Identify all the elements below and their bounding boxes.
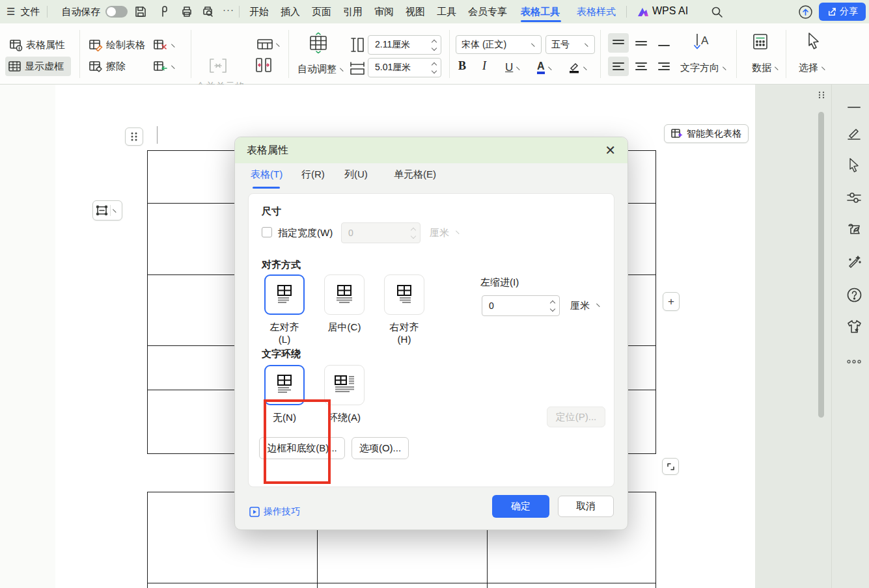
auto-fit-dropdown[interactable]: 自动调整 [294, 59, 348, 79]
tab-cell[interactable]: 单元格(E) [394, 168, 436, 181]
ok-button[interactable]: 确定 [492, 495, 549, 518]
text-direction-label: 文字方向 [680, 62, 719, 74]
left-indent-field[interactable]: 0 [482, 295, 560, 316]
chevron-down-icon[interactable] [596, 301, 603, 307]
menu-review[interactable]: 审阅 [368, 0, 400, 23]
share-button[interactable]: 分享 [819, 3, 866, 21]
valign-center-button[interactable] [631, 33, 652, 53]
row-height-field[interactable]: 2.11厘米 [368, 35, 441, 55]
table-move-handle[interactable] [125, 127, 143, 146]
hamburger-menu-icon[interactable]: ☰ [7, 6, 15, 18]
split-table-dropdown[interactable] [254, 34, 284, 54]
tutorial-highlight-box [264, 399, 331, 484]
export-pdf-icon[interactable] [158, 5, 171, 18]
select-dropdown[interactable]: 选择 [795, 58, 829, 77]
font-size-select[interactable]: 五号 [545, 35, 595, 54]
align-right-option[interactable] [384, 274, 424, 315]
table-properties-button[interactable]: 表格属性 [7, 35, 68, 55]
menu-tools[interactable]: 工具 [431, 0, 462, 23]
table-resize-button[interactable] [662, 458, 679, 475]
font-color-letter: A [537, 61, 545, 75]
settings-sliders-icon[interactable] [846, 189, 862, 206]
align-right-button[interactable] [654, 57, 674, 76]
underline-button[interactable]: U [502, 58, 524, 77]
data-dropdown[interactable]: 数据 [749, 58, 782, 77]
tab-table-tools[interactable]: 表格工具 [521, 6, 560, 18]
smart-beautify-table-button[interactable]: 智能美化表格 [664, 124, 749, 143]
align-right-icon [392, 282, 417, 307]
font-color-button[interactable]: A [534, 58, 556, 77]
font-name-select[interactable]: 宋体 (正文) [456, 35, 542, 54]
align-left-option[interactable] [264, 274, 305, 315]
autosave-toggle[interactable] [105, 6, 128, 18]
tab-table[interactable]: 表格(T) [251, 168, 283, 181]
more-quick-actions-icon[interactable]: ··· [223, 4, 234, 15]
eraser-button[interactable]: 擦除 [86, 57, 129, 76]
insert-cells-dropdown[interactable] [150, 57, 179, 76]
search-icon[interactable] [711, 6, 723, 18]
close-icon[interactable]: ✕ [605, 144, 616, 157]
spinner-arrows-icon[interactable] [546, 301, 559, 311]
tab-row[interactable]: 行(R) [301, 168, 325, 181]
text-direction-dropdown[interactable]: 文字方向 [677, 58, 730, 77]
tips-label: 操作技巧 [264, 506, 300, 518]
eco-stamp-icon[interactable] [846, 221, 862, 238]
upload-cloud-icon[interactable] [798, 5, 813, 21]
valign-bottom-button[interactable] [654, 33, 674, 53]
print-preview-icon[interactable] [201, 5, 214, 18]
draw-table-button[interactable]: 绘制表格 [86, 35, 148, 55]
show-gridlines-button[interactable]: 显示虚框 [5, 57, 71, 76]
cancel-button[interactable]: 取消 [558, 496, 614, 517]
annotate-pen-icon[interactable] [846, 125, 862, 142]
split-cells-icon[interactable] [255, 57, 272, 73]
menu-view[interactable]: 视图 [400, 0, 431, 23]
save-icon[interactable] [134, 5, 147, 18]
align-center-button[interactable] [631, 57, 652, 76]
align-left-label: 左对齐(L) [264, 321, 305, 345]
theme-skin-icon[interactable] [846, 318, 862, 335]
more-options-icon[interactable] [846, 353, 862, 370]
italic-button[interactable]: I [482, 59, 486, 73]
tab-table-style[interactable]: 表格样式 [577, 6, 616, 18]
row-selection-icon [96, 204, 108, 217]
tab-column[interactable]: 列(U) [344, 168, 368, 181]
menu-membership[interactable]: 会员专享 [462, 0, 513, 23]
specify-width-checkbox[interactable] [262, 227, 272, 237]
menu-home[interactable]: 开始 [243, 0, 275, 23]
align-center-option[interactable] [324, 274, 365, 315]
spinner-arrows-icon[interactable] [428, 40, 441, 50]
menu-reference[interactable]: 引用 [337, 0, 368, 23]
chevron-down-icon [171, 41, 178, 47]
pointer-tool-icon[interactable] [846, 157, 862, 174]
tips-link[interactable]: 操作技巧 [249, 506, 300, 518]
wps-ai-label[interactable]: WPS AI [652, 5, 688, 17]
width-value: 0 [342, 228, 407, 238]
highlight-color-button[interactable] [565, 58, 591, 77]
align-left-button[interactable] [608, 57, 629, 76]
delete-cells-dropdown[interactable] [150, 35, 179, 55]
print-icon[interactable] [180, 5, 193, 18]
wrap-heading: 文字环绕 [262, 348, 301, 360]
row-select-dropdown[interactable] [92, 200, 122, 220]
vertical-scrollbar[interactable] [818, 112, 824, 418]
dialog-title-bar[interactable]: 表格属性 ✕ [235, 137, 628, 163]
spinner-arrows-icon [407, 228, 420, 238]
share-label: 分享 [840, 6, 858, 18]
menu-page[interactable]: 页面 [306, 0, 337, 23]
scrollbar-top-grid-icon[interactable] [817, 90, 826, 101]
spinner-arrows-icon[interactable] [428, 63, 441, 73]
bold-button[interactable]: B [458, 59, 466, 73]
plus-icon: + [668, 295, 674, 308]
magic-wand-icon[interactable] [846, 253, 862, 270]
valign-top-button[interactable] [608, 33, 629, 53]
help-icon[interactable] [846, 286, 862, 303]
file-menu[interactable]: 文件 [20, 6, 40, 18]
insert-column-plus-button[interactable]: + [663, 292, 680, 311]
collapse-line-icon[interactable] [846, 99, 862, 116]
col-width-field[interactable]: 5.01厘米 [368, 58, 441, 77]
menu-insert[interactable]: 插入 [275, 0, 306, 23]
options-button[interactable]: 选项(O)... [352, 437, 409, 459]
col-width-value: 5.01厘米 [368, 62, 428, 74]
align-left-icon [272, 282, 297, 307]
beautify-table-icon [671, 128, 683, 139]
